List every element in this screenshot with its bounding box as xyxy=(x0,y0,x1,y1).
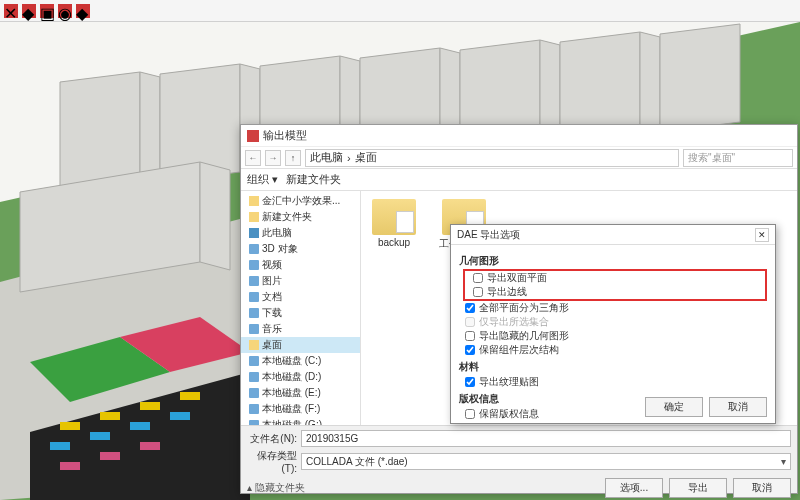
dialog-title: 输出模型 xyxy=(263,128,307,143)
tree-item[interactable]: 视频 xyxy=(241,257,360,273)
tool-icon[interactable]: ✕ xyxy=(4,4,18,18)
cancel-button[interactable]: 取消 xyxy=(709,397,767,417)
options-title: DAE 导出选项 xyxy=(457,228,520,242)
check-hierarchy1[interactable] xyxy=(465,331,475,341)
tool-icon[interactable]: ▣ xyxy=(40,4,54,18)
check-triangulate[interactable] xyxy=(465,303,475,313)
options-button[interactable]: 选项... xyxy=(605,478,663,498)
svg-rect-26 xyxy=(170,412,190,420)
file-item[interactable]: backup xyxy=(369,199,419,248)
tree-item[interactable]: 本地磁盘 (F:) xyxy=(241,401,360,417)
disk-icon xyxy=(249,356,259,366)
tree-item[interactable]: 下载 xyxy=(241,305,360,321)
filename-label: 文件名(N): xyxy=(247,432,297,446)
tree-item[interactable]: 本地磁盘 (C:) xyxy=(241,353,360,369)
app-icon xyxy=(247,130,259,142)
folder-icon xyxy=(249,196,259,206)
pc-icon xyxy=(249,228,259,238)
svg-rect-24 xyxy=(90,432,110,440)
section-geometry: 几何图形 xyxy=(459,254,767,268)
nav-bar: ← → ↑ 此电脑 › 桌面 搜索"桌面" xyxy=(241,147,797,169)
hide-folders-toggle[interactable]: ▴ 隐藏文件夹 xyxy=(247,481,305,495)
svg-rect-23 xyxy=(50,442,70,450)
breadcrumb[interactable]: 此电脑 › 桌面 xyxy=(305,149,679,167)
tree-item[interactable]: 金汇中小学效果... xyxy=(241,193,360,209)
disk-icon xyxy=(249,372,259,382)
disk-icon xyxy=(249,324,259,334)
check-hierarchy2[interactable] xyxy=(465,345,475,355)
disk-icon xyxy=(249,244,259,254)
disk-icon xyxy=(249,388,259,398)
check-hidden xyxy=(465,317,475,327)
svg-marker-17 xyxy=(200,162,230,270)
disk-icon xyxy=(249,404,259,414)
svg-rect-27 xyxy=(60,462,80,470)
dialog-titlebar[interactable]: 输出模型 xyxy=(241,125,797,147)
check-edges[interactable] xyxy=(473,287,483,297)
tree-item[interactable]: 本地磁盘 (D:) xyxy=(241,369,360,385)
folder-icon xyxy=(249,212,259,222)
svg-rect-28 xyxy=(100,452,120,460)
svg-rect-29 xyxy=(140,442,160,450)
command-bar: 组织 ▾ 新建文件夹 xyxy=(241,169,797,191)
svg-rect-22 xyxy=(180,392,200,400)
new-folder-button[interactable]: 新建文件夹 xyxy=(286,172,341,187)
up-button[interactable]: ↑ xyxy=(285,150,301,166)
folder-icon xyxy=(249,340,259,350)
folder-icon xyxy=(372,199,416,235)
tree-item[interactable]: 图片 xyxy=(241,273,360,289)
disk-icon xyxy=(249,260,259,270)
search-input[interactable]: 搜索"桌面" xyxy=(683,149,793,167)
filename-input[interactable]: 20190315G xyxy=(301,430,791,447)
folder-tree[interactable]: 金汇中小学效果...新建文件夹此电脑3D 对象视频图片文档下载音乐桌面本地磁盘 … xyxy=(241,191,361,425)
options-titlebar[interactable]: DAE 导出选项 ✕ xyxy=(451,225,775,245)
tree-item[interactable]: 文档 xyxy=(241,289,360,305)
cancel-button[interactable]: 取消 xyxy=(733,478,791,498)
disk-icon xyxy=(249,308,259,318)
tree-item[interactable]: 音乐 xyxy=(241,321,360,337)
filetype-select[interactable]: COLLADA 文件 (*.dae) xyxy=(301,453,791,470)
tree-item[interactable]: 新建文件夹 xyxy=(241,209,360,225)
svg-rect-25 xyxy=(130,422,150,430)
forward-button[interactable]: → xyxy=(265,150,281,166)
tool-icon[interactable]: ◆ xyxy=(22,4,36,18)
tree-item[interactable]: 此电脑 xyxy=(241,225,360,241)
breadcrumb-part[interactable]: 此电脑 xyxy=(310,150,343,165)
highlighted-options: 导出双面平面 导出边线 xyxy=(463,269,767,301)
check-texture[interactable] xyxy=(465,377,475,387)
svg-marker-14 xyxy=(640,32,660,137)
tree-item[interactable]: 3D 对象 xyxy=(241,241,360,257)
dialog-footer: 文件名(N): 20190315G 保存类型(T): COLLADA 文件 (*… xyxy=(241,425,797,493)
tree-item[interactable]: 本地磁盘 (G:) xyxy=(241,417,360,425)
section-material: 材料 xyxy=(459,360,767,374)
main-toolbar: ✕ ◆ ▣ ◉ ◆ xyxy=(0,0,800,22)
svg-marker-15 xyxy=(660,24,740,132)
filetype-label: 保存类型(T): xyxy=(247,449,297,474)
check-credits[interactable] xyxy=(465,409,475,419)
ok-button[interactable]: 确定 xyxy=(645,397,703,417)
check-two-sided[interactable] xyxy=(473,273,483,283)
tree-item[interactable]: 本地磁盘 (E:) xyxy=(241,385,360,401)
disk-icon xyxy=(249,276,259,286)
dae-options-dialog: DAE 导出选项 ✕ 几何图形 导出双面平面 导出边线 全部平面分为三角形 仅导… xyxy=(450,224,776,424)
disk-icon xyxy=(249,292,259,302)
svg-rect-21 xyxy=(140,402,160,410)
tree-item[interactable]: 桌面 xyxy=(241,337,360,353)
tool-icon[interactable]: ◆ xyxy=(76,4,90,18)
back-button[interactable]: ← xyxy=(245,150,261,166)
svg-rect-19 xyxy=(60,422,80,430)
export-button[interactable]: 导出 xyxy=(669,478,727,498)
svg-rect-20 xyxy=(100,412,120,420)
organize-menu[interactable]: 组织 ▾ xyxy=(247,172,278,187)
tool-icon[interactable]: ◉ xyxy=(58,4,72,18)
close-icon[interactable]: ✕ xyxy=(755,228,769,242)
breadcrumb-part[interactable]: 桌面 xyxy=(355,150,377,165)
